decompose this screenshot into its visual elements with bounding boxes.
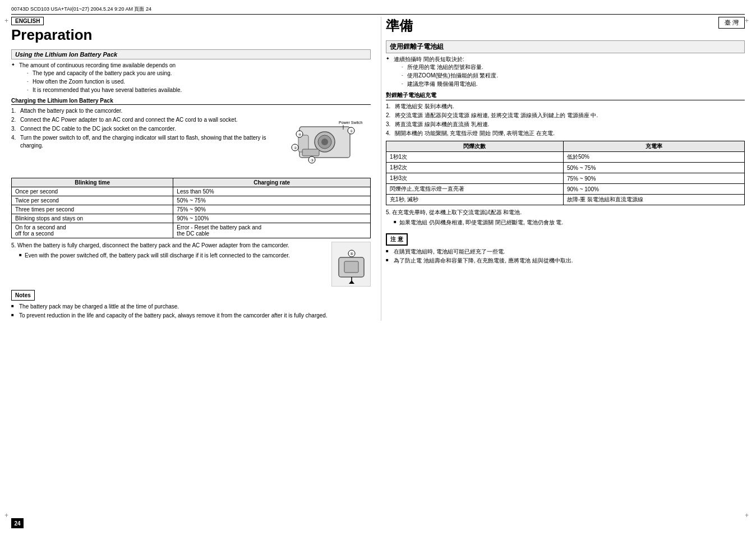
left-sub-item-1: The type and capacity of the battery pac…: [27, 70, 371, 77]
right-sub-list: 所使用的電 池組的型號和容量. 使用ZOOM(變焦)拍攝能的頻 繁程度. 建議您…: [394, 63, 745, 88]
left-title-row: ENGLISH Preparation: [11, 17, 371, 47]
table-cell: 90% ~ 100%: [173, 214, 371, 223]
crosshair-tr: [745, 17, 752, 24]
right-title-row: 準備 臺 灣: [386, 17, 745, 38]
chinese-note-item-2: 為了防止電 池組壽命和容量下降, 在充飽電後, 應將電池 組與從機中取出.: [386, 257, 745, 265]
table-cell: Twice per second: [12, 196, 173, 205]
table-cell: 1秒3次: [386, 173, 564, 184]
table-row: Three times per second 75% ~ 90%: [12, 205, 371, 214]
step5-image: ⑤: [331, 242, 371, 287]
note-item-2: To prevent reduction in the life and cap…: [11, 312, 371, 320]
step5-note-item: Even with the power switched off, the ba…: [19, 252, 327, 260]
table-header-rate: Charging rate: [173, 178, 371, 187]
charging-text: Attach the battery pack to the camcorder…: [11, 107, 276, 174]
preparation-title: Preparation: [11, 26, 371, 44]
charging-step-4: Turn the power switch to off, and the ch…: [11, 134, 276, 150]
svg-text:Power Switch: Power Switch: [339, 121, 363, 124]
step5-svg: ⑤: [333, 243, 370, 285]
table-row: 1秒2次 50% ~ 75%: [386, 163, 745, 173]
table-row: 1秒1次 低於50%: [386, 152, 745, 163]
left-sub-item-3: It is recommended that you have several …: [27, 86, 371, 94]
table-row: Twice per second 50% ~ 75%: [12, 196, 371, 205]
chinese-table-header-rate: 充電率: [563, 141, 744, 152]
charging-step-1: Attach the battery pack to the camcorder…: [11, 107, 276, 115]
chinese-notes-container: 注 意: [386, 231, 745, 248]
chinese-notes-list: 在購買電池組時, 電池組可能已經充了一些電. 為了防止電 池組壽命和容量下降, …: [386, 248, 745, 265]
svg-rect-19: [344, 261, 358, 273]
right-intro-bullets: 連續拍攝時 間的長短取決於: 所使用的電 池組的型號和容量. 使用ZOOM(變焦…: [386, 56, 745, 88]
chinese-step-3: 將直流電源 線與本機的直流插 乳相連.: [386, 121, 745, 128]
table-row: 閃爍停止,充電指示燈一直亮著 90% ~ 100%: [386, 184, 745, 195]
table-cell: 75% ~ 90%: [173, 205, 371, 214]
crosshair-br: [745, 511, 752, 518]
table-row: Blinking stops and stays on 90% ~ 100%: [12, 214, 371, 223]
table-cell: On for a second andoff for a second: [12, 223, 173, 238]
table-cell: 50% ~ 75%: [563, 163, 744, 173]
charging-heading: Charging the Lithium Ion Battery Pack: [11, 98, 371, 105]
table-cell: 1秒2次: [386, 163, 564, 173]
left-charging-table: Blinking time Charging rate Once per sec…: [11, 178, 371, 238]
right-sub-item-2: 使用ZOOM(變焦)拍攝能的頻 繁程度.: [402, 72, 745, 80]
left-sub-list: The type and capacity of the battery pac…: [19, 70, 371, 94]
charging-content: Attach the battery pack to the camcorder…: [11, 107, 371, 174]
header-text: 00743D SCD103 USA+TAI(01~27) 2004.5.24 9…: [11, 6, 151, 13]
table-cell: Error - Reset the battery pack andthe DC…: [173, 223, 371, 238]
svg-point-3: [321, 139, 328, 145]
table-cell: Blinking stops and stays on: [12, 214, 173, 223]
left-table-body: Once per second Less than 50% Twice per …: [12, 187, 371, 238]
notes-list: The battery pack may be charged a little…: [11, 303, 371, 320]
table-row: On for a second andoff for a second Erro…: [12, 223, 371, 238]
step5-notes: Even with the power switched off, the ba…: [11, 252, 327, 260]
table-header-blink: Blinking time: [12, 178, 173, 187]
right-title-left: 準備: [386, 17, 718, 38]
left-intro-bullets: The amount of continuous recording time …: [11, 62, 371, 94]
table-cell: Less than 50%: [173, 187, 371, 196]
taiwan-label: 臺 灣: [718, 17, 745, 29]
svg-text:⑤: ⑤: [350, 252, 353, 256]
right-step5-area: 5. 在充電先畢時, 從本機上取下交流電源試配器 和電池. 如果電池組 仍與機身…: [386, 209, 745, 228]
chinese-section-heading: 使用鋰離子電池組: [386, 40, 745, 53]
chinese-title: 準備: [386, 17, 718, 35]
left-intro-bullet: The amount of continuous recording time …: [11, 62, 371, 94]
left-sub-item-2: How often the Zoom function is used.: [27, 78, 371, 86]
right-intro-bullet: 連續拍攝時 間的長短取決於: 所使用的電 池組的型號和容量. 使用ZOOM(變焦…: [386, 56, 745, 88]
step5-intro: 5. When the battery is fully charged, di…: [11, 242, 327, 250]
table-cell: 1秒1次: [386, 152, 564, 163]
svg-text:①: ①: [349, 130, 352, 133]
chinese-table-header-blink: 閃爍次數: [386, 141, 564, 152]
table-row: 充1秒, 滅秒 故障-重 裝電池組和直流電源線: [386, 195, 745, 205]
svg-text:④: ④: [298, 133, 301, 136]
left-title-area: ENGLISH Preparation: [11, 17, 371, 47]
right-title-right: 臺 灣: [718, 17, 745, 29]
right-column: 準備 臺 灣 使用鋰離子電池組 連續拍攝時 間的長短取決於: 所使用的電 池組的…: [381, 17, 745, 321]
chinese-step-2: 將交流電源 適配器與交流電源 線相連, 並將交流電 源線插入到鍵上的 電源插座 …: [386, 112, 745, 119]
table-cell: Once per second: [12, 187, 173, 196]
right-step5-intro: 5. 在充電先畢時, 從本機上取下交流電源試配器 和電池.: [386, 209, 745, 216]
charging-step-3: Connect the DC cable to the DC jack sock…: [11, 125, 276, 133]
right-step5-notes: 如果電池組 仍與機身相連, 即使電源關 閉已經斷電, 電池仍會放 電.: [386, 219, 745, 227]
table-cell: Three times per second: [12, 205, 173, 214]
notes-label: Notes: [11, 290, 35, 301]
right-sub-item-1: 所使用的電 池組的型號和容量.: [402, 63, 745, 71]
charging-step-2: Connect the AC Power adapter to an AC co…: [11, 116, 276, 124]
crosshair-tl: [4, 17, 11, 24]
english-label: ENGLISH: [11, 17, 44, 25]
left-section-heading: Using the Lithium Ion Battery Pack: [11, 49, 371, 59]
crosshair-bl: [4, 511, 11, 518]
notes-label-container: Notes: [11, 290, 371, 303]
right-step5-note: 如果電池組 仍與機身相連, 即使電源關 閉已經斷電, 電池仍會放 電.: [394, 219, 745, 227]
left-column: ENGLISH Preparation Using the Lithium Io…: [11, 17, 375, 321]
table-cell: 充1秒, 滅秒: [386, 195, 564, 205]
page-container: 00743D SCD103 USA+TAI(01~27) 2004.5.24 9…: [0, 0, 756, 535]
charging-steps-list: Attach the battery pack to the camcorder…: [11, 107, 276, 150]
step5-text: 5. When the battery is fully charged, di…: [11, 242, 327, 287]
table-cell: 50% ~ 75%: [173, 196, 371, 205]
right-charging-table: 閃爍次數 充電率 1秒1次 低於50% 1秒2次 50% ~ 75% 1秒3次: [386, 141, 745, 205]
table-cell: 故障-重 裝電池組和直流電源線: [563, 195, 744, 205]
camcorder-svg: Power Switch ④ ② ③ ①: [283, 107, 370, 174]
chinese-step-1: 將電池組安 裝到本機內.: [386, 103, 745, 110]
table-cell: 90% ~ 100%: [563, 184, 744, 195]
table-cell: 低於50%: [563, 152, 744, 163]
chinese-step-4: 關開本機的 功能聚關, 充電指示燈 開始 閃爍, 表明電池正 在充電.: [386, 130, 745, 137]
chinese-charging-steps: 將電池組安 裝到本機內. 將交流電源 適配器與交流電源 線相連, 並將交流電 源…: [386, 103, 745, 137]
